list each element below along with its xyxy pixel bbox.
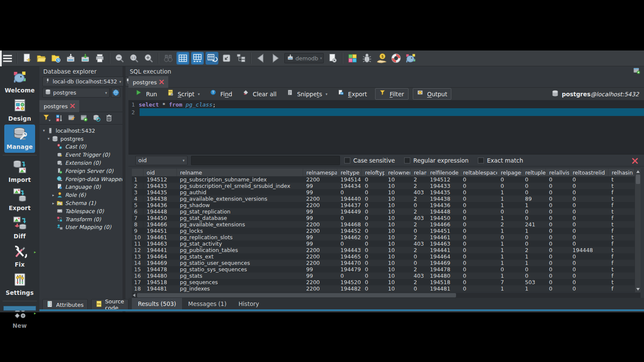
cell[interactable]: 194452	[337, 228, 361, 234]
cell[interactable]: 2200	[303, 176, 337, 183]
column-header-reltuples[interactable]: reltuples	[522, 169, 546, 176]
cell[interactable]: 194466	[143, 221, 176, 228]
cell[interactable]: 0	[459, 240, 497, 247]
cell[interactable]: 0	[546, 221, 569, 228]
column-header-reltype[interactable]: reltype	[337, 169, 361, 176]
active-file-select[interactable]: demodb▾	[284, 53, 324, 63]
cell[interactable]: 0	[497, 183, 522, 189]
row-number[interactable]: 13	[132, 253, 143, 260]
open-folder-icon[interactable]	[35, 52, 48, 65]
support-icon[interactable]	[390, 52, 402, 65]
cell[interactable]: 1	[522, 260, 546, 266]
cell[interactable]: 10	[385, 240, 410, 247]
cell[interactable]: 1	[522, 202, 546, 208]
column-header-relowner[interactable]: relowner	[385, 169, 410, 176]
cell[interactable]: 1	[497, 260, 522, 266]
cell[interactable]: 194481	[143, 285, 176, 292]
column-header-relnamespace[interactable]: relnamespace	[303, 169, 337, 176]
cell[interactable]: f	[608, 253, 635, 260]
cell[interactable]: 194436	[426, 202, 459, 208]
cell[interactable]: 0	[361, 208, 385, 215]
cell[interactable]: 194437	[337, 202, 361, 208]
cell[interactable]: 0	[546, 266, 569, 273]
cell[interactable]: 194451	[426, 228, 459, 234]
row-number[interactable]: 8	[132, 221, 143, 228]
scroll-down-icon[interactable]	[636, 288, 640, 291]
cell[interactable]: 0	[497, 234, 522, 240]
export-button[interactable]: Export	[336, 89, 369, 99]
column-header-relallvisible[interactable]: relallvisible	[546, 169, 569, 176]
cell[interactable]: f	[608, 260, 635, 266]
cell[interactable]: pg_available_extension_versions	[176, 196, 303, 202]
checkbox-icon[interactable]	[404, 157, 410, 163]
cell[interactable]: 0	[361, 228, 385, 234]
filter-button[interactable]: Filter	[375, 88, 408, 100]
row-number[interactable]: 15	[132, 266, 143, 273]
zoom-in-icon[interactable]	[142, 52, 155, 65]
close-filter-icon[interactable]	[632, 157, 638, 166]
run-button[interactable]: Run	[134, 89, 159, 99]
tree-caret-icon[interactable]: ▸	[51, 201, 56, 205]
cell[interactable]: 0	[569, 228, 608, 234]
cell[interactable]: 194463	[426, 240, 459, 247]
cell[interactable]: 0	[361, 189, 385, 196]
cell[interactable]: 99	[303, 189, 337, 196]
cell[interactable]: 0	[459, 234, 497, 240]
snippets-button[interactable]: Snippets▾	[285, 89, 330, 99]
cell[interactable]: pg_statio_user_sequences	[176, 260, 303, 266]
cell[interactable]: 0	[569, 285, 608, 292]
cell[interactable]: 2200	[303, 228, 337, 234]
cell[interactable]: 1	[497, 215, 522, 221]
filter-search-input[interactable]	[191, 156, 340, 165]
cell[interactable]: 0	[522, 189, 546, 196]
cell[interactable]: 0	[546, 183, 569, 189]
cell[interactable]: 0	[361, 176, 385, 183]
cell[interactable]: 0	[522, 273, 546, 279]
cell[interactable]: 0	[410, 202, 426, 208]
exp-sync-icon[interactable]	[92, 114, 101, 122]
cell[interactable]: 10	[385, 273, 410, 279]
tree-item-extension-0[interactable]: Extension (0)	[39, 159, 122, 167]
cell[interactable]: pg_sequences	[176, 279, 303, 285]
cell[interactable]: 0	[569, 208, 608, 215]
new-script-icon[interactable]	[21, 52, 33, 65]
cell[interactable]: 0	[522, 208, 546, 215]
cell[interactable]: 0	[522, 240, 546, 247]
sidebar-item-design[interactable]: Design	[3, 96, 37, 125]
cell[interactable]: 10	[385, 234, 410, 240]
cell[interactable]: 194469	[426, 260, 459, 266]
connection-select[interactable]: local-db (localhost:5432 ▾	[42, 77, 124, 86]
cell[interactable]: 194481	[426, 285, 459, 292]
zoom-out-icon[interactable]	[113, 52, 126, 65]
checkbox-exact-match[interactable]: Exact match	[478, 157, 523, 164]
cell[interactable]: t	[608, 196, 635, 202]
load-archive-icon[interactable]	[64, 52, 77, 65]
cell[interactable]: 194518	[426, 279, 459, 285]
exp-edit-icon[interactable]	[68, 114, 76, 122]
tree-item-postgres[interactable]: ▾postgres	[39, 135, 122, 143]
cell[interactable]: 0	[569, 183, 608, 189]
cell[interactable]: 0	[546, 196, 569, 202]
tree-item-transform-0[interactable]: Transform (0)	[39, 215, 122, 223]
sidebar-item-welcome[interactable]: Welcome	[3, 68, 37, 96]
cell[interactable]: 0	[361, 260, 385, 266]
script-button[interactable]: SQLScript▾	[165, 89, 202, 99]
cell[interactable]: 10	[385, 221, 410, 228]
cell[interactable]: f	[608, 285, 635, 292]
cell[interactable]: 0	[546, 202, 569, 208]
cell[interactable]: 0	[497, 266, 522, 273]
checkbox-regular-expression[interactable]: Regular expression	[404, 157, 468, 164]
zoom-original-icon[interactable]: 1:1	[128, 52, 140, 65]
cell[interactable]: 0	[546, 234, 569, 240]
cell[interactable]: pg_stat_activity	[176, 240, 303, 247]
cell[interactable]: 194434	[337, 183, 361, 189]
column-header-relhasin[interactable]: relhasin	[608, 169, 635, 176]
menu-icon[interactable]	[1, 52, 14, 65]
cell[interactable]: 194435	[143, 189, 176, 196]
row-number[interactable]: 18	[132, 285, 143, 292]
column-header-relfilenode[interactable]: relfilenode	[426, 169, 459, 176]
cell[interactable]: 194463	[143, 240, 176, 247]
cell[interactable]: 194451	[143, 228, 176, 234]
cell[interactable]: f	[608, 189, 635, 196]
cell[interactable]: 403	[410, 215, 426, 221]
